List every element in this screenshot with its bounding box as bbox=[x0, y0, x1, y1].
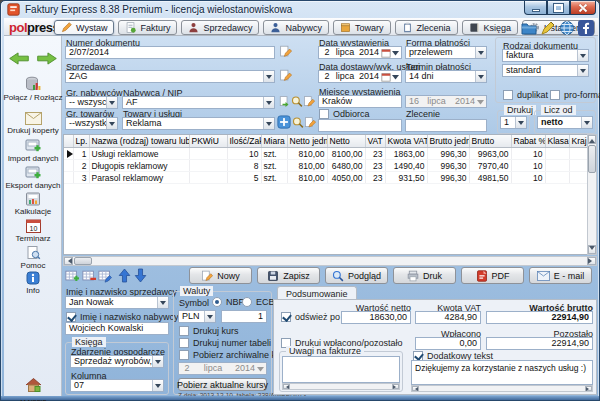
currency-select[interactable]: PLN bbox=[178, 310, 216, 323]
dodatkowy-tekst-textarea[interactable]: Dziękujemy za korzystanie z naszych usłu… bbox=[411, 360, 593, 385]
uwagi-textarea[interactable] bbox=[282, 356, 400, 383]
scroll-right-icon[interactable] bbox=[587, 257, 596, 265]
sidebar-item-import-danych[interactable]: Import danych bbox=[4, 139, 62, 163]
move-row-down-button[interactable] bbox=[134, 268, 147, 283]
imie-nabywcy-checkbox[interactable]: Imię i nazwisko nabywcy bbox=[66, 312, 179, 322]
gr-towarow-select[interactable]: --wszystkie-- bbox=[65, 117, 118, 130]
dropdown-arrow-icon[interactable] bbox=[106, 118, 117, 129]
towary-select[interactable]: Reklama bbox=[122, 117, 275, 130]
sidebar-item-info[interactable]: Info bbox=[4, 271, 62, 295]
dropdown-arrow-icon[interactable] bbox=[392, 50, 399, 56]
close-button[interactable] bbox=[570, 1, 596, 15]
delete-row-button[interactable] bbox=[82, 269, 96, 283]
sidebar-item-kalkulacje[interactable]: Kalkulacje bbox=[4, 192, 62, 216]
scroll-left-icon[interactable] bbox=[283, 384, 290, 389]
maximize-button[interactable] bbox=[547, 1, 570, 15]
table-row[interactable]: 1Usługi reklamowe10szt.810,008100,002318… bbox=[64, 148, 587, 160]
tab-faktury[interactable]: Faktury bbox=[118, 20, 177, 35]
druk-button[interactable]: Druk bbox=[393, 267, 456, 284]
imie-nabywcy-input[interactable]: Wojciech Kowalski bbox=[65, 322, 169, 335]
pdf-button[interactable]: PDF bbox=[461, 267, 524, 284]
dropdown-arrow-icon[interactable] bbox=[392, 74, 399, 80]
numer-dokumentu-input[interactable]: 2/07/2014 bbox=[65, 46, 275, 59]
dropdown-arrow-icon[interactable] bbox=[204, 311, 215, 322]
edit-row-button[interactable] bbox=[98, 269, 112, 283]
drukuj-kurs-checkbox[interactable]: Drukuj kurs bbox=[179, 326, 239, 336]
tab-towary[interactable]: Towary bbox=[333, 20, 391, 35]
sidebar-item-eksport-danych[interactable]: Eksport danych bbox=[4, 166, 62, 190]
dropdown-arrow-icon[interactable] bbox=[263, 71, 274, 82]
sidebar-item-drukuj-koperty[interactable]: Drukuj koperty bbox=[4, 112, 62, 135]
miejsce-wystawienia-input[interactable]: Kraków bbox=[318, 95, 402, 108]
edit-product-button[interactable] bbox=[304, 116, 316, 129]
kolumna-select[interactable]: 07 bbox=[70, 379, 164, 392]
odbiorca-checkbox[interactable]: Odbiorca bbox=[319, 109, 370, 119]
facebook-icon[interactable] bbox=[578, 20, 594, 36]
dodatkowy-hscrollbar[interactable] bbox=[411, 385, 593, 392]
move-row-up-button[interactable] bbox=[118, 268, 131, 283]
dropdown-arrow-icon[interactable] bbox=[152, 380, 163, 391]
dropdown-arrow-icon[interactable] bbox=[581, 117, 592, 128]
scroll-right-icon[interactable] bbox=[392, 384, 399, 389]
rate-input[interactable]: 1 bbox=[221, 310, 267, 323]
title-bar[interactable]: Faktury Express 8.38 Premium - licencja … bbox=[1, 1, 599, 18]
pro-forma-checkbox[interactable]: pro-forma bbox=[550, 90, 600, 100]
drukuj-count-select[interactable]: 1 bbox=[500, 116, 527, 129]
dropdown-arrow-icon[interactable] bbox=[475, 71, 486, 82]
typ-select[interactable]: standard bbox=[502, 64, 589, 77]
zapisz-button[interactable]: Zapisz bbox=[257, 267, 320, 284]
licz-od-select[interactable]: netto bbox=[537, 116, 593, 129]
hscroll-thumb[interactable] bbox=[74, 257, 92, 265]
rodzaj-select[interactable]: faktura bbox=[502, 49, 589, 62]
nabywca-select[interactable]: AF bbox=[122, 96, 275, 109]
edit-number-button[interactable] bbox=[279, 45, 292, 58]
table-row[interactable]: 2Długopis reklamowy8szt.810,006480,00231… bbox=[64, 160, 587, 172]
gr-nabywcow-select[interactable]: -- wszyscy -- bbox=[65, 96, 118, 109]
search-product-button[interactable] bbox=[292, 116, 304, 129]
forma-platnosci-select[interactable]: przelewem bbox=[405, 46, 487, 59]
tab-ksiega[interactable]: Księga bbox=[462, 20, 519, 35]
calendar-mini-icon[interactable] bbox=[381, 48, 391, 58]
add-buyer-button[interactable] bbox=[278, 95, 290, 108]
globe-icon[interactable] bbox=[559, 20, 575, 36]
termin-platnosci-select[interactable]: 14 dni bbox=[405, 70, 487, 83]
podglad-button[interactable]: Podgląd bbox=[325, 267, 388, 284]
data-dostawy-input[interactable]: 2lipca2014 bbox=[318, 70, 402, 83]
sidebar-item-terminarz[interactable]: 10 Terminarz bbox=[4, 219, 62, 243]
sprzedawca-select[interactable]: ZAG bbox=[65, 70, 275, 83]
duplikat-checkbox[interactable]: duplikat bbox=[503, 90, 548, 100]
vscroll-thumb[interactable] bbox=[588, 145, 596, 173]
search-buyer-button[interactable] bbox=[291, 95, 303, 108]
ecb-radio[interactable]: ECB bbox=[242, 297, 275, 307]
edit-pencil-icon[interactable] bbox=[540, 20, 556, 36]
dropdown-arrow-icon[interactable] bbox=[577, 65, 588, 76]
dropdown-arrow-icon[interactable] bbox=[515, 117, 526, 128]
email-button[interactable]: E - mail bbox=[529, 267, 592, 284]
minimize-button[interactable] bbox=[524, 1, 547, 15]
dropdown-arrow-icon[interactable] bbox=[263, 97, 274, 108]
tab-wystaw[interactable]: Wystaw bbox=[54, 20, 114, 35]
data-wystawienia-input[interactable]: 2lipca2014 bbox=[318, 46, 402, 59]
tab-sprzedawcy[interactable]: Sprzedawcy bbox=[181, 20, 259, 35]
nbp-radio[interactable]: NBP bbox=[212, 297, 245, 307]
scroll-left-icon[interactable] bbox=[64, 257, 73, 265]
add-product-button[interactable] bbox=[277, 115, 291, 129]
table-vscrollbar[interactable] bbox=[587, 134, 597, 255]
dropdown-arrow-icon[interactable] bbox=[263, 118, 274, 129]
add-row-button[interactable] bbox=[65, 269, 79, 283]
edit-seller-button[interactable] bbox=[279, 69, 292, 82]
dropdown-arrow-icon[interactable] bbox=[152, 356, 163, 367]
scroll-right-icon[interactable] bbox=[585, 386, 592, 391]
back-arrow-button[interactable] bbox=[8, 52, 30, 65]
imie-sprzedawcy-select[interactable]: Jan Nowak bbox=[65, 296, 169, 309]
odbiorca-select[interactable] bbox=[318, 119, 402, 132]
uwagi-hscrollbar[interactable] bbox=[282, 383, 400, 390]
scroll-left-icon[interactable] bbox=[412, 386, 419, 391]
table-header-row[interactable]: Lp.Nazwa (rodzaj) towaru lub usługiPKWiU… bbox=[64, 135, 587, 148]
table-row[interactable]: 3Parasol reklamowy5szt.810,004050,002393… bbox=[64, 172, 587, 184]
dropdown-arrow-icon[interactable] bbox=[106, 97, 117, 108]
drukuj-numer-tabeli-checkbox[interactable]: Drukuj numer tabeli bbox=[179, 338, 271, 348]
folder-icon[interactable] bbox=[521, 20, 537, 36]
tab-nabywcy[interactable]: Nabywcy bbox=[263, 20, 329, 35]
forward-arrow-button[interactable] bbox=[36, 52, 58, 65]
